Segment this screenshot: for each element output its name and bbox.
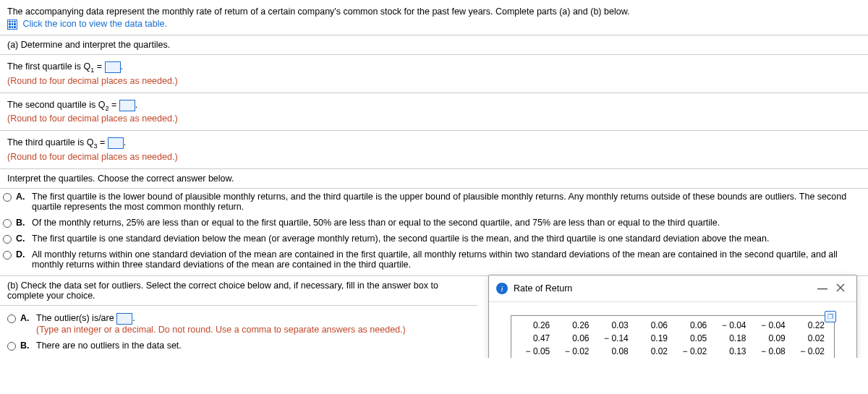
data-cell: 0.13	[712, 345, 751, 358]
data-cell: 0.26	[516, 319, 555, 332]
outlier-a-pre: The outlier(s) is/are	[36, 313, 116, 323]
choice-label-b: B.	[16, 218, 27, 228]
data-cell: 0.19	[634, 332, 673, 345]
q1-input[interactable]	[105, 61, 121, 73]
data-cell: − 0.02	[791, 345, 830, 358]
q1-round-note: (Round to four decimal places as needed.…	[7, 76, 861, 86]
choice-b-label-a: A.	[20, 313, 32, 323]
data-table-popup: i Rate of Return — ❐ 0.260.260.030.060.0…	[488, 275, 857, 358]
radio-outlier-b[interactable]	[7, 342, 16, 351]
part-a-heading: (a) Determine and interpret the quartile…	[7, 40, 170, 50]
q3-input[interactable]	[108, 137, 124, 149]
q1-label: The first quartile is Q	[7, 61, 90, 72]
data-cell: 0.06	[673, 319, 712, 332]
data-cell: − 0.04	[712, 319, 751, 332]
data-cell: 0.18	[712, 332, 751, 345]
data-cell: − 0.05	[516, 345, 555, 358]
data-cell: 0.06	[555, 332, 594, 345]
data-cell: − 0.14	[595, 332, 634, 345]
popup-title: Rate of Return	[514, 283, 813, 294]
minimize-icon[interactable]: —	[813, 281, 832, 296]
radio-interpret-a[interactable]	[3, 193, 12, 202]
outlier-input[interactable]	[116, 313, 132, 325]
table-icon[interactable]	[7, 20, 17, 30]
choice-b-label-b: B.	[20, 341, 32, 351]
data-cell: − 0.08	[752, 345, 791, 358]
radio-outlier-a[interactable]	[7, 314, 16, 323]
data-cell: 0.02	[634, 345, 673, 358]
view-data-link[interactable]: Click the icon to view the data table.	[22, 19, 166, 29]
choice-text-c: The first quartile is one standard devia…	[32, 234, 861, 244]
data-cell: 0.03	[595, 319, 634, 332]
outlier-b-text: There are no outliers in the data set.	[36, 341, 463, 351]
choice-label-d: D.	[16, 249, 27, 260]
q2-round-note: (Round to four decimal places as needed.…	[7, 114, 861, 124]
data-cell: 0.47	[516, 332, 555, 345]
outlier-a-note: (Type an integer or a decimal. Do not ro…	[36, 325, 463, 335]
data-cell: 0.06	[634, 319, 673, 332]
choice-text-a: The first quartile is the lower bound of…	[32, 192, 861, 212]
data-cell: 0.08	[595, 345, 634, 358]
data-cell: 0.26	[555, 319, 594, 332]
radio-interpret-b[interactable]	[3, 219, 12, 228]
copy-icon[interactable]: ❐	[825, 311, 836, 322]
q3-round-note: (Round to four decimal places as needed.…	[7, 152, 861, 162]
data-cell: − 0.02	[673, 345, 712, 358]
radio-interpret-d[interactable]	[3, 251, 12, 260]
data-cell: 0.22	[791, 319, 830, 332]
choice-label-a: A.	[16, 192, 27, 202]
q3-label: The third quartile is Q	[7, 138, 94, 148]
info-icon: i	[496, 283, 508, 294]
intro-text: The accompanying data represent the mont…	[7, 7, 861, 17]
close-icon[interactable]	[832, 281, 849, 296]
part-b-heading: (b) Check the data set for outliers. Sel…	[7, 280, 438, 301]
data-cell: 0.05	[673, 332, 712, 345]
data-cell: 0.09	[752, 332, 791, 345]
choice-label-c: C.	[16, 234, 27, 244]
data-cell: 0.02	[791, 332, 830, 345]
outlier-a-post: .	[132, 313, 135, 323]
q2-input[interactable]	[119, 100, 135, 111]
choice-text-b: Of the monthly returns, 25% are less tha…	[32, 218, 861, 228]
radio-interpret-c[interactable]	[3, 235, 12, 244]
choice-text-d: All monthly returns within one standard …	[32, 249, 861, 270]
data-cell: − 0.04	[752, 319, 791, 332]
data-table: 0.260.260.030.060.06− 0.04− 0.040.220.47…	[511, 315, 835, 358]
data-cell: − 0.02	[555, 345, 594, 358]
interpret-heading: Interpret the quartiles. Choose the corr…	[7, 174, 234, 184]
q2-label: The second quartile is Q	[7, 100, 106, 110]
